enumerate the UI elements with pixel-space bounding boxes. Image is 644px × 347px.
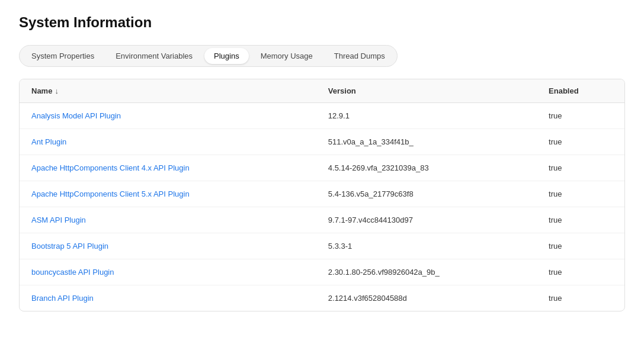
plugin-version-cell: 4.5.14-269.vfa_2321039a_83: [316, 155, 537, 181]
tab-plugins[interactable]: Plugins: [204, 48, 249, 64]
tab-thread-dumps[interactable]: Thread Dumps: [325, 48, 395, 64]
table-header: Name↓VersionEnabled: [20, 79, 624, 103]
plugins-table-container: Name↓VersionEnabled Analysis Model API P…: [19, 79, 625, 311]
tab-system-properties[interactable]: System Properties: [22, 48, 104, 64]
table-row: bouncycastle API Plugin2.30.1.80-256.vf9…: [20, 259, 624, 285]
column-header-version: Version: [316, 79, 537, 103]
plugin-enabled-cell: true: [537, 285, 624, 311]
plugin-version-cell: 2.1214.v3f652804588d: [316, 285, 537, 311]
plugin-name-cell: Apache HttpComponents Client 5.x API Plu…: [20, 181, 316, 207]
plugin-name-cell: Apache HttpComponents Client 4.x API Plu…: [20, 155, 316, 181]
plugin-enabled-cell: true: [537, 103, 624, 129]
plugin-enabled-cell: true: [537, 207, 624, 233]
table-row: Ant Plugin511.v0a_a_1a_334f41b_true: [20, 129, 624, 155]
table-row: Apache HttpComponents Client 5.x API Plu…: [20, 181, 624, 207]
tab-environment-variables[interactable]: Environment Variables: [106, 48, 202, 64]
table-row: Analysis Model API Plugin12.9.1true: [20, 103, 624, 129]
sort-arrow-name: ↓: [55, 86, 59, 95]
plugin-name-cell: Ant Plugin: [20, 129, 316, 155]
plugin-name-link[interactable]: Branch API Plugin: [31, 294, 94, 303]
table-row: Apache HttpComponents Client 4.x API Plu…: [20, 155, 624, 181]
plugin-name-cell: Bootstrap 5 API Plugin: [20, 233, 316, 259]
plugin-name-link[interactable]: Bootstrap 5 API Plugin: [31, 242, 108, 250]
plugin-enabled-cell: true: [537, 181, 624, 207]
plugin-version-cell: 5.3.3-1: [316, 233, 537, 259]
plugin-enabled-cell: true: [537, 129, 624, 155]
table-body: Analysis Model API Plugin12.9.1trueAnt P…: [20, 103, 624, 311]
plugin-enabled-cell: true: [537, 155, 624, 181]
plugin-enabled-cell: true: [537, 259, 624, 285]
plugins-table: Name↓VersionEnabled Analysis Model API P…: [20, 79, 624, 311]
tab-memory-usage[interactable]: Memory Usage: [251, 48, 322, 64]
plugin-version-cell: 9.7.1-97.v4cc844130d97: [316, 207, 537, 233]
plugin-name-link[interactable]: ASM API Plugin: [31, 216, 86, 224]
plugin-version-cell: 511.v0a_a_1a_334f41b_: [316, 129, 537, 155]
tabs-container: System PropertiesEnvironment VariablesPl…: [19, 45, 398, 67]
plugin-name-link[interactable]: Apache HttpComponents Client 4.x API Plu…: [31, 163, 190, 172]
plugin-version-cell: 12.9.1: [316, 103, 537, 129]
plugin-name-link[interactable]: bouncycastle API Plugin: [31, 268, 114, 277]
plugin-version-cell: 2.30.1.80-256.vf98926042a_9b_: [316, 259, 537, 285]
table-row: ASM API Plugin9.7.1-97.v4cc844130d97true: [20, 207, 624, 233]
column-header-name[interactable]: Name↓: [20, 79, 316, 103]
plugin-version-cell: 5.4-136.v5a_21779c63f8: [316, 181, 537, 207]
plugin-enabled-cell: true: [537, 233, 624, 259]
plugin-name-cell: bouncycastle API Plugin: [20, 259, 316, 285]
plugin-name-link[interactable]: Ant Plugin: [31, 137, 66, 146]
page-title: System Information: [19, 14, 625, 31]
plugin-name-cell: ASM API Plugin: [20, 207, 316, 233]
plugin-name-cell: Analysis Model API Plugin: [20, 103, 316, 129]
plugin-name-cell: Branch API Plugin: [20, 285, 316, 311]
column-header-enabled: Enabled: [537, 79, 624, 103]
plugin-name-link[interactable]: Apache HttpComponents Client 5.x API Plu…: [31, 189, 190, 198]
table-row: Branch API Plugin2.1214.v3f652804588dtru…: [20, 285, 624, 311]
plugin-name-link[interactable]: Analysis Model API Plugin: [31, 111, 121, 120]
table-row: Bootstrap 5 API Plugin5.3.3-1true: [20, 233, 624, 259]
